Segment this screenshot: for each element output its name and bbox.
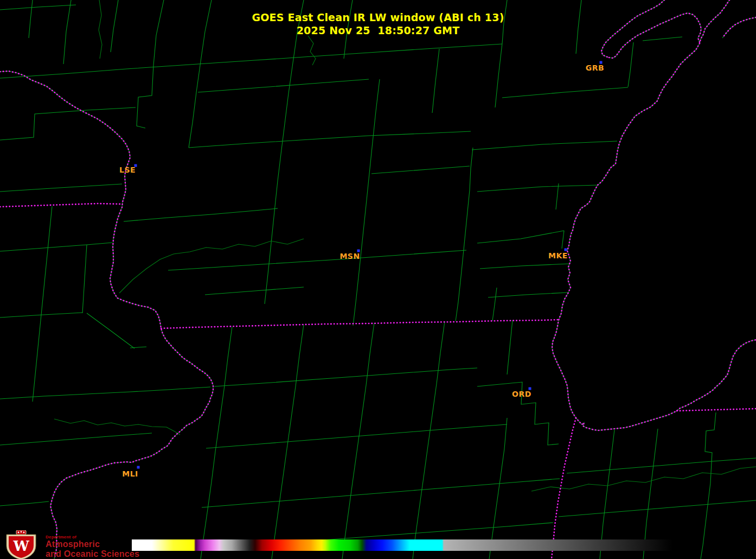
county-boundary-line: [470, 148, 473, 190]
county-boundary-line: [628, 42, 633, 87]
door-peninsula-shore-coast: [609, 13, 701, 58]
county-boundary-line: [201, 327, 232, 559]
county-boundary-line: [366, 79, 380, 205]
river-line: [119, 239, 304, 293]
county-boundary-line: [489, 418, 507, 559]
county-boundary-line: [567, 458, 756, 473]
mn-ia-border: [0, 204, 122, 207]
county-boundary-line: [137, 0, 164, 128]
station-label-LSE: LSE: [119, 166, 136, 174]
wi-il-border: [161, 320, 559, 328]
station-dot-MKE: [565, 249, 567, 251]
county-boundary-line: [124, 208, 278, 221]
county-boundary-line: [643, 37, 682, 41]
county-boundary-line: [342, 323, 374, 559]
county-boundary-line: [0, 184, 122, 192]
county-boundary-line: [82, 245, 87, 313]
county-boundary-line: [111, 0, 118, 52]
county-boundary-line: [559, 500, 756, 517]
county-boundary-line: [29, 0, 33, 38]
county-boundary-line: [462, 190, 470, 271]
county-boundary-line: [562, 231, 564, 249]
county-boundary-line: [488, 293, 568, 297]
river-line: [531, 467, 756, 491]
county-boundary-line: [576, 0, 581, 54]
county-boundary-line: [502, 87, 628, 98]
north-shore-hook-coast: [722, 17, 756, 38]
county-boundary-line: [205, 287, 304, 295]
county-boundary-line: [0, 433, 152, 445]
in-mi-border: [677, 409, 756, 411]
county-boundary-line: [701, 412, 716, 559]
county-boundary-line: [477, 231, 564, 243]
county-boundary-line: [556, 183, 559, 209]
uw-aos-logo: W Department of Atmospheric and Oceanic …: [4, 530, 139, 559]
county-boundary-line: [33, 206, 52, 402]
uw-crest-icon: W: [4, 530, 38, 559]
county-boundary-line: [0, 387, 210, 399]
county-boundary-line: [0, 501, 49, 506]
logo-text-block: Department of Atmospheric and Oceanic Sc…: [46, 530, 139, 559]
logo-dept-label: Department of: [46, 535, 139, 539]
county-boundary-line: [0, 243, 112, 251]
county-boundary-line: [371, 166, 470, 174]
svg-text:W: W: [12, 538, 29, 554]
station-label-ORD: ORD: [512, 390, 531, 398]
county-boundary-line: [472, 141, 617, 150]
logo-name-line2: and Oceanic Sciences: [46, 549, 139, 559]
map-canvas: [0, 0, 756, 559]
lake-michigan-shore-coast: [552, 0, 756, 430]
north-shore-hook: [722, 17, 756, 38]
county-boundary-line: [87, 313, 134, 348]
river-line: [99, 0, 102, 59]
county-boundary-line: [0, 5, 76, 10]
mississippi-river-border-coast: [0, 71, 213, 559]
station-label-MKE: MKE: [548, 251, 568, 260]
county-boundary-line: [353, 205, 366, 326]
river-line: [54, 419, 180, 435]
station-label-MLI: MLI: [122, 469, 138, 478]
county-boundary-line: [198, 79, 369, 92]
county-boundary-line: [432, 49, 439, 113]
river-line: [308, 36, 316, 65]
county-boundary-line: [413, 321, 445, 559]
county-boundary-line: [63, 0, 71, 64]
image-title-line1: GOES East Clean IR LW window (ABI ch 13): [252, 11, 504, 23]
logo-name-line1: Atmospheric: [46, 539, 139, 549]
county-boundary-line: [477, 185, 598, 192]
lake-michigan-shore: [552, 0, 756, 430]
county-boundary-line: [206, 424, 507, 448]
mississippi-river-border: [0, 71, 213, 559]
station-label-GRB: GRB: [586, 63, 604, 72]
county-boundary-line: [202, 479, 560, 507]
county-boundary-line: [492, 288, 497, 321]
satellite-map-viewer: GOES East Clean IR LW window (ABI ch 13)…: [0, 0, 756, 559]
county-boundary-line: [0, 107, 136, 140]
station-label-MSN: MSN: [339, 252, 360, 261]
county-boundary-line: [168, 250, 466, 270]
station-dot-MLI: [137, 466, 140, 469]
ir-temperature-colorbar: [132, 539, 672, 551]
image-title-line2: 2025 Nov 25 18:50:27 GMT: [297, 24, 460, 36]
door-peninsula-shore: [609, 13, 701, 58]
county-boundary-line: [456, 271, 462, 321]
county-boundary-line: [189, 131, 471, 148]
county-boundary-line: [480, 264, 569, 269]
county-boundary-line: [507, 320, 512, 374]
county-boundary-line: [189, 0, 212, 148]
county-boundary-line: [214, 368, 477, 386]
